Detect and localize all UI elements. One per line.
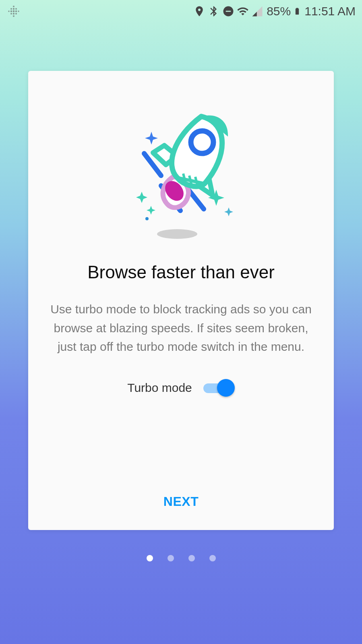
onboarding-card: Browse faster than ever Use turbo mode t… — [28, 71, 334, 530]
svg-rect-16 — [296, 8, 298, 9]
svg-point-0 — [13, 6, 14, 7]
svg-point-9 — [15, 10, 17, 12]
svg-point-21 — [145, 217, 149, 220]
location-icon — [193, 5, 205, 17]
svg-point-12 — [18, 10, 19, 12]
status-right: 85% 11:51 AM — [193, 4, 356, 18]
clock: 11:51 AM — [304, 4, 356, 18]
next-button[interactable]: NEXT — [28, 494, 334, 509]
svg-point-4 — [13, 15, 14, 17]
svg-point-8 — [15, 8, 17, 10]
page-dot-3[interactable] — [188, 555, 195, 561]
signal-icon — [251, 5, 263, 17]
battery-percentage: 85% — [267, 4, 291, 18]
svg-rect-14 — [226, 11, 231, 12]
svg-point-3 — [13, 13, 14, 14]
svg-point-5 — [10, 8, 12, 10]
page-dot-1[interactable] — [147, 555, 153, 561]
svg-point-1 — [13, 8, 14, 10]
wifi-icon — [237, 5, 249, 17]
svg-point-23 — [191, 131, 213, 153]
headline: Browse faster than ever — [87, 262, 275, 282]
bluetooth-icon — [208, 5, 220, 17]
turbo-mode-row: Turbo mode — [127, 379, 235, 397]
description: Use turbo mode to block tracking ads so … — [47, 300, 315, 356]
svg-rect-15 — [296, 8, 299, 14]
turbo-mode-toggle[interactable] — [203, 379, 235, 397]
status-left — [6, 4, 21, 19]
pagination-dots — [0, 555, 362, 561]
rocket-illustration — [117, 105, 246, 242]
svg-point-7 — [10, 13, 12, 14]
dnd-icon — [222, 5, 234, 17]
svg-point-2 — [13, 10, 15, 12]
svg-point-11 — [8, 10, 10, 12]
status-bar: 85% 11:51 AM — [0, 0, 362, 23]
turbo-mode-label: Turbo mode — [127, 381, 192, 395]
page-dot-4[interactable] — [209, 555, 216, 561]
page-dot-2[interactable] — [168, 555, 174, 561]
fitbit-icon — [6, 4, 21, 19]
svg-point-17 — [157, 229, 197, 239]
battery-icon — [293, 5, 301, 18]
svg-point-10 — [15, 13, 17, 14]
svg-point-6 — [10, 10, 12, 12]
